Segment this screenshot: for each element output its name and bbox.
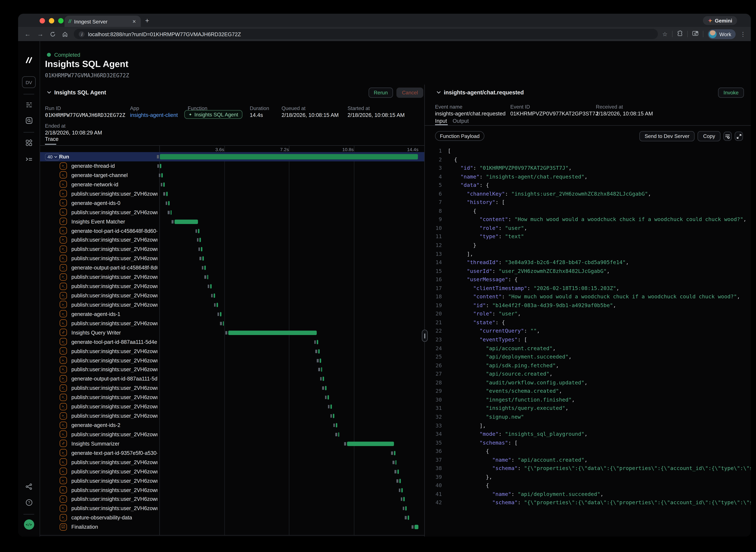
run-meta-1-value[interactable]: insights-agent-client <box>130 112 178 118</box>
zoom-window-button[interactable] <box>58 18 63 23</box>
trace-row[interactable]: >_ publish:user:insights:user_2VH6zowmh.… <box>40 486 424 495</box>
trace-row[interactable]: >_ publish:user:insights:user_2VH6zowmh.… <box>40 384 424 393</box>
browser-tab[interactable]: // Inngest Server × <box>64 16 141 27</box>
span-bar[interactable] <box>338 432 340 437</box>
trace-row[interactable]: >_ publish:user:insights:user_2VH6zowmh.… <box>40 300 424 310</box>
send-to-dev-server-button[interactable]: Send to Dev Server <box>639 131 695 141</box>
trace-row[interactable]: >_ publish:user:insights:user_2VH6zowmh.… <box>40 467 424 476</box>
trace-row[interactable]: >_ capture-observability-data <box>40 513 424 523</box>
span-bar[interactable] <box>401 488 403 492</box>
span-bar[interactable] <box>320 358 321 363</box>
trace-row[interactable]: >_ publish:user:insights:user_2VH6zowmh.… <box>40 504 424 513</box>
trace-row[interactable]: >_ publish:user:insights:user_2VH6zowmh.… <box>40 347 424 356</box>
span-bar[interactable] <box>168 201 170 205</box>
trace-row[interactable]: >_ publish:user:insights:user_2VH6zowmh.… <box>40 254 424 263</box>
span-bar[interactable] <box>220 312 221 316</box>
trace-row[interactable]: ∿ Insights Event Matcher <box>40 217 424 226</box>
span-bar[interactable] <box>198 229 199 233</box>
span-bar[interactable] <box>160 164 161 168</box>
trace-row[interactable]: >_ publish:user:insights:user_2VH6zowmh.… <box>40 458 424 467</box>
span-bar[interactable] <box>166 191 168 196</box>
side-panel-search-icon[interactable] <box>692 30 698 38</box>
span-bar[interactable] <box>210 284 211 289</box>
site-info-icon[interactable]: i <box>79 31 84 37</box>
span-bar[interactable] <box>202 256 204 261</box>
window-controls[interactable] <box>40 18 63 23</box>
rerun-button[interactable]: Rerun <box>368 88 393 98</box>
trace-row[interactable]: >_ generate-agent-ids-1 <box>40 310 424 319</box>
runs-list-icon[interactable] <box>25 101 33 110</box>
span-bar[interactable] <box>204 266 206 270</box>
span-bar[interactable] <box>403 497 405 502</box>
span-bar[interactable] <box>336 423 337 427</box>
span-bar[interactable] <box>397 469 399 474</box>
tab-trace[interactable]: Trace <box>45 136 58 142</box>
span-bar[interactable] <box>318 349 320 354</box>
run-children-count[interactable]: 40 <box>45 153 59 160</box>
span-bar[interactable] <box>207 275 209 279</box>
trace-row[interactable]: >_ publish:user:insights:user_2VH6zowmh.… <box>40 365 424 374</box>
span-bar[interactable] <box>331 405 332 409</box>
tab-input[interactable]: Input <box>435 118 447 124</box>
trace-row[interactable]: >_ publish:user:insights:user_2VH6zowmh.… <box>40 282 424 291</box>
trace-row[interactable]: >_ publish:user:insights:user_2VH6zowmh.… <box>40 189 424 198</box>
inngest-logo-icon[interactable] <box>23 56 34 66</box>
share-icon[interactable] <box>25 483 32 492</box>
env-badge[interactable]: DV <box>22 76 36 88</box>
url-text[interactable]: localhost:8288/run?runID=01KHRMPW77GVMAJ… <box>88 31 241 37</box>
span-bar[interactable] <box>163 182 165 187</box>
trace-row[interactable]: >_ generate-agent-ids-0 <box>40 198 424 208</box>
span-bar[interactable] <box>408 516 409 520</box>
span-bar[interactable] <box>317 340 318 344</box>
payload-type-pill[interactable]: Function Payload <box>435 131 485 141</box>
word-wrap-icon[interactable] <box>723 132 732 141</box>
tab-output[interactable]: Output <box>452 118 469 124</box>
copy-button[interactable]: Copy <box>698 131 721 141</box>
span-bar[interactable] <box>216 303 218 307</box>
span-bar[interactable] <box>323 377 324 381</box>
trace-row[interactable]: >_ generate-text-part-id-9357e5f0-a530-4… <box>40 448 424 458</box>
forward-icon[interactable]: → <box>37 30 43 38</box>
run-span-bar[interactable] <box>160 154 418 159</box>
span-bar[interactable] <box>228 330 317 335</box>
apps-icon[interactable] <box>25 139 33 149</box>
trace-row[interactable]: >_ publish:user:insights:user_2VH6zowmh.… <box>40 356 424 365</box>
trace-row[interactable]: >_ publish:user:insights:user_2VH6zowmh.… <box>40 411 424 421</box>
bookmark-star-icon[interactable]: ☆ <box>662 31 668 37</box>
home-icon[interactable] <box>62 31 68 37</box>
trace-row[interactable]: >_ publish:user:insights:user_2VH6zowmh.… <box>40 319 424 328</box>
close-window-button[interactable] <box>40 18 45 23</box>
span-bar[interactable] <box>399 478 401 483</box>
trace-row[interactable]: >_ generate-tool-part-id-887aa111-5d4e-4… <box>40 337 424 347</box>
trace-row[interactable]: >_ publish:user:insights:user_2VH6zowmh.… <box>40 402 424 411</box>
browser-menu-icon[interactable]: ⋮ <box>740 31 746 37</box>
trace-row[interactable]: >_ publish:user:insights:user_2VH6zowmh.… <box>40 208 424 217</box>
payload-json-editor[interactable]: 1[2 {3 "id": "01KHRMPVZP0V977KAT2GP3ST7J… <box>425 147 751 537</box>
trace-row[interactable]: >_ publish:user:insights:user_2VH6zowmh.… <box>40 272 424 282</box>
extensions-icon[interactable] <box>677 30 683 38</box>
trace-row[interactable]: ☑ Finalization <box>40 523 424 532</box>
span-bar[interactable] <box>170 210 172 215</box>
tab-close-icon[interactable]: × <box>132 18 137 25</box>
run-section-header[interactable]: Insights SQL Agent <box>47 90 106 95</box>
span-bar[interactable] <box>395 460 397 464</box>
code-button[interactable]: </> <box>24 519 34 530</box>
trace-row[interactable]: >_ publish:user:insights:user_2VH6zowmh.… <box>40 393 424 402</box>
span-bar[interactable] <box>325 386 326 390</box>
trace-run-row[interactable]: 40 Run <box>40 152 424 161</box>
terminal-list-icon[interactable] <box>25 155 33 164</box>
trace-row[interactable]: ∿ Insights Summarizer <box>40 439 424 448</box>
gemini-button[interactable]: ✦ Gemini <box>703 16 737 25</box>
trace-row[interactable]: >_ generate-target-channel <box>40 171 424 180</box>
chevron-down-icon[interactable] <box>47 91 51 94</box>
span-bar[interactable] <box>214 293 215 298</box>
span-bar[interactable] <box>333 414 334 418</box>
trace-row[interactable]: >_ generate-network-id <box>40 180 424 189</box>
trace-row[interactable]: >_ publish:user:insights:user_2VH6zowmh.… <box>40 495 424 504</box>
trace-row[interactable]: >_ generate-tool-part-id-c458648f-8d60-.… <box>40 226 424 236</box>
function-pill[interactable]: ✦Insights SQL Agent <box>184 110 243 119</box>
span-bar[interactable] <box>199 238 201 242</box>
span-bar[interactable] <box>414 525 418 529</box>
trace-row[interactable]: >_ generate-agent-ids-2 <box>40 421 424 430</box>
span-bar[interactable] <box>175 220 198 224</box>
